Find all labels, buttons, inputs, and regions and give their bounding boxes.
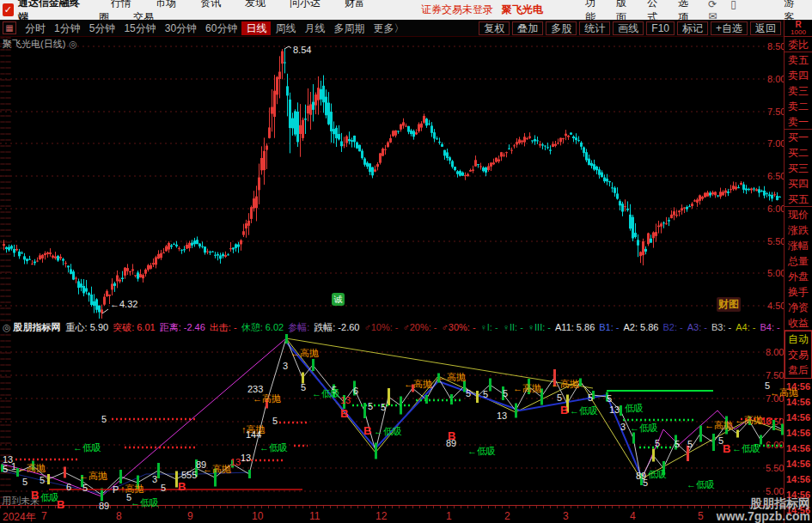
menu-item-发现[interactable]: 发现 [233, 0, 278, 9]
timeframe-周线[interactable]: 周线 [271, 21, 300, 35]
sidebar-item-换手[interactable]: 换手 [785, 284, 812, 300]
buy-signal-label: B [57, 500, 64, 510]
grid-view-icon[interactable]: ▦ [3, 21, 16, 34]
sidebar-item-涨幅[interactable]: 涨幅 [785, 238, 812, 253]
menu-item-市场[interactable]: 市场 [143, 0, 188, 9]
candle-body [412, 131, 415, 137]
timeframe-更多〉[interactable]: 更多〉 [369, 21, 408, 35]
main-candlestick-chart[interactable]: 聚飞光电(日线)◎ 8.508.007.507.006.506.005.505.… [0, 37, 784, 321]
candle-body [353, 136, 356, 142]
candle-body [722, 192, 724, 195]
candle-body [541, 144, 544, 145]
candle-body [552, 144, 554, 148]
candle-body [211, 252, 214, 252]
sidebar-item-外盘[interactable]: 外盘 [785, 269, 812, 284]
price-tick: 6.50 [767, 171, 784, 181]
sidebar-item-卖五[interactable]: 卖五 [785, 52, 812, 68]
candle-body [250, 207, 253, 219]
candle-body [330, 112, 333, 131]
sell-high-label: ←高抛 [17, 464, 46, 473]
indicator-panel[interactable]: 8.007.507.006.506.005.505.00 51←高抛5B低吸B5… [0, 334, 784, 505]
candle-body [302, 119, 304, 137]
sidebar-item-净资[interactable]: 净资 [785, 300, 812, 315]
sidebar-item-交易[interactable]: 交易 [785, 347, 811, 362]
chevron-down-icon[interactable]: ◎ [69, 39, 77, 49]
sidebar-item-买一[interactable]: 买一 [785, 130, 812, 145]
candle-body [59, 257, 62, 258]
timeframe-60分钟[interactable]: 60分钟 [201, 21, 241, 35]
toolbar-button-叠加[interactable]: 叠加 [512, 21, 543, 35]
candle-body [124, 268, 126, 276]
candle-body [168, 243, 170, 250]
collapse-icon[interactable]: ◎ [3, 322, 11, 333]
timeframe-日线[interactable]: 日线 [241, 21, 271, 35]
mobile-icon[interactable]: ▯ [723, 0, 743, 10]
fib-number-label: 5 [368, 402, 373, 411]
toolbar-button-画线[interactable]: 画线 [613, 21, 644, 35]
sidebar-item-盘后[interactable]: 盘后 [785, 362, 811, 378]
timeframe-5分钟[interactable]: 5分钟 [85, 21, 120, 35]
sell-high-label: ←高抛 [404, 380, 432, 389]
candle-body [284, 63, 286, 64]
fib-number-label: 5 [40, 476, 45, 485]
refresh-icon[interactable]: ⟳ [701, 0, 723, 10]
candle-body [454, 167, 456, 170]
menu-item-问小达[interactable]: 问小达 [278, 0, 333, 9]
timeframe-分时[interactable]: 分时 [21, 21, 50, 35]
sidebar-item-买二[interactable]: 买二 [785, 145, 812, 161]
timeframe-30分钟[interactable]: 30分钟 [161, 21, 201, 35]
fib-number-label: 5 [161, 483, 166, 493]
candle-body [603, 178, 606, 182]
toolbar-button-+自选[interactable]: +自选 [711, 21, 748, 35]
timeframe-月线[interactable]: 月线 [300, 21, 329, 35]
candle-body [760, 191, 763, 192]
timeframe-多周期[interactable]: 多周期 [329, 21, 369, 35]
sidebar-item-收益[interactable]: 收益 [785, 315, 812, 331]
sidebar-item-现价[interactable]: 现价 [785, 207, 812, 222]
sidebar-item-买五[interactable]: 买五 [785, 192, 812, 207]
sidebar-item-卖二[interactable]: 卖二 [785, 99, 812, 114]
toolbar-button-多股[interactable]: 多股 [546, 21, 577, 35]
candle-body [732, 185, 735, 189]
menu-item-行情[interactable]: 行情 [99, 0, 143, 9]
toolbar-button-标记[interactable]: 标记 [677, 21, 708, 35]
buy-low-label: ←低吸 [467, 447, 496, 456]
toolbar-button-返回[interactable]: 返回 [750, 21, 781, 35]
timeframe-15分钟[interactable]: 15分钟 [119, 21, 160, 35]
candle-body [258, 178, 260, 191]
sidebar-item-自动[interactable]: 自动 [785, 331, 811, 347]
sidebar-item-买三[interactable]: 买三 [785, 161, 812, 176]
candle-body [665, 223, 668, 224]
fib-number-label: 5 [272, 417, 278, 426]
date-tick-12: 12 [375, 510, 387, 522]
candle-body [119, 280, 121, 282]
menu-item-资讯[interactable]: 资讯 [188, 0, 233, 9]
candle-body [681, 208, 683, 210]
toolbar-button-统计[interactable]: 统计 [579, 21, 610, 35]
sidebar-item-涨跌[interactable]: 涨跌 [785, 222, 812, 238]
candle-body [492, 162, 495, 164]
toolbar-buttons: 复权叠加多股统计画线F10标记+自选返回 [476, 21, 781, 35]
fib-number-label: 89 [446, 439, 456, 448]
candle-body [382, 149, 384, 155]
sidebar-item-卖四[interactable]: 卖四 [785, 68, 812, 83]
toolbar-button-复权[interactable]: 复权 [479, 21, 510, 35]
candle-body [544, 146, 546, 147]
buy-low-label: ←低吸 [687, 480, 715, 490]
candle-body [657, 226, 660, 228]
sidebar-item-卖一[interactable]: 卖一 [785, 114, 812, 130]
fib-number-label: 6 [66, 483, 71, 492]
sidebar-item-总量[interactable]: 总量 [785, 253, 812, 269]
indicator-field-B1: B1: - [599, 322, 619, 332]
menu-bar: ✓ 通达信金融终端 行情市场资讯发现问小达财富圈交易 证券交易未登录聚飞光电 功… [0, 0, 812, 20]
sidebar-item-委比[interactable]: 委比 [785, 37, 812, 52]
candle-body [730, 189, 732, 190]
menu-icons: ⟳▯✉ [701, 0, 756, 22]
timeframe-1分钟[interactable]: 1分钟 [50, 21, 85, 35]
toolbar-button-F10[interactable]: F10 [646, 21, 675, 35]
sidebar-item-买四[interactable]: 买四 [785, 176, 812, 192]
candle-body [405, 126, 407, 127]
candle-body [39, 255, 41, 259]
fib-number-label: 13 [241, 453, 251, 463]
sidebar-item-卖三[interactable]: 卖三 [785, 83, 812, 99]
